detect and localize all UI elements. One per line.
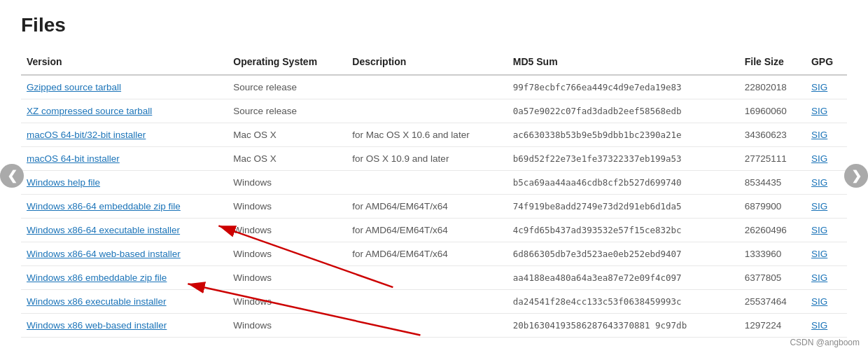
- description-cell: for AMD64/EM64T/x64: [346, 242, 507, 266]
- table-row: XZ compressed source tarballSource relea…: [21, 99, 847, 123]
- table-header: Version Operating System Description MD5…: [21, 49, 847, 75]
- gpg-cell[interactable]: SIG: [806, 314, 847, 338]
- filesize-cell: 1297224: [739, 314, 806, 338]
- md5-cell: aa4188ea480a64a3ea87e72e09f4c097: [507, 266, 739, 290]
- gpg-cell[interactable]: SIG: [806, 171, 847, 195]
- description-cell: [346, 314, 507, 338]
- table-body: Gzipped source tarballSource release99f7…: [21, 75, 847, 338]
- description-cell: for AMD64/EM64T/x64: [346, 195, 507, 219]
- nav-arrow-left[interactable]: ❮: [0, 164, 24, 188]
- os-cell: Windows: [227, 219, 346, 242]
- version-cell[interactable]: Gzipped source tarball: [21, 75, 227, 99]
- gpg-cell[interactable]: SIG: [806, 242, 847, 266]
- table-row: Windows x86 web-based installerWindows20…: [21, 314, 847, 338]
- os-cell: Mac OS X: [227, 123, 346, 147]
- filesize-cell: 25537464: [739, 290, 806, 314]
- table-row: Windows x86 executable installerWindowsd…: [21, 290, 847, 314]
- table-row: Gzipped source tarballSource release99f7…: [21, 75, 847, 99]
- table-row: Windows x86-64 embeddable zip fileWindow…: [21, 195, 847, 219]
- version-cell[interactable]: Windows help file: [21, 171, 227, 195]
- filesize-cell: 8534435: [739, 171, 806, 195]
- os-cell: Windows: [227, 290, 346, 314]
- table-row: Windows x86 embeddable zip fileWindowsaa…: [21, 266, 847, 290]
- version-cell[interactable]: Windows x86 embeddable zip file: [21, 266, 227, 290]
- table-row: macOS 64-bit installerMac OS Xfor OS X 1…: [21, 147, 847, 171]
- description-cell: for OS X 10.9 and later: [346, 147, 507, 171]
- version-cell[interactable]: Windows x86-64 web-based installer: [21, 242, 227, 266]
- table-row: Windows x86-64 web-based installerWindow…: [21, 242, 847, 266]
- col-os: Operating System: [227, 49, 346, 75]
- description-cell: for AMD64/EM64T/x64: [346, 219, 507, 242]
- description-cell: [346, 266, 507, 290]
- table-row: Windows x86-64 executable installerWindo…: [21, 219, 847, 242]
- md5-cell: 0a57e9022c07fad3dadb2eef58568edb: [507, 99, 739, 123]
- md5-cell: 6d866305db7e3d523ae0eb252ebd9407: [507, 242, 739, 266]
- filesize-cell: 16960060: [739, 99, 806, 123]
- table-row: Windows help fileWindowsb5ca69aa44aa46cd…: [21, 171, 847, 195]
- md5-cell: b5ca69aa44aa46cdb8cf2b527d699740: [507, 171, 739, 195]
- description-cell: for Mac OS X 10.6 and later: [346, 123, 507, 147]
- os-cell: Windows: [227, 242, 346, 266]
- version-cell[interactable]: XZ compressed source tarball: [21, 99, 227, 123]
- os-cell: Windows: [227, 314, 346, 338]
- md5-cell: 99f78ecbfc766ea449c4d9e7eda19e83: [507, 75, 739, 99]
- gpg-cell[interactable]: SIG: [806, 195, 847, 219]
- col-filesize: File Size: [739, 49, 806, 75]
- col-gpg: GPG: [806, 49, 847, 75]
- os-cell: Source release: [227, 99, 346, 123]
- os-cell: Windows: [227, 195, 346, 219]
- gpg-cell[interactable]: SIG: [806, 99, 847, 123]
- header-row: Version Operating System Description MD5…: [21, 49, 847, 75]
- version-cell[interactable]: Windows x86 web-based installer: [21, 314, 227, 338]
- md5-cell: ac6630338b53b9e5b9dbb1bc2390a21e: [507, 123, 739, 147]
- nav-arrow-right[interactable]: ❯: [844, 164, 868, 188]
- os-cell: Source release: [227, 75, 346, 99]
- md5-cell: b69d52f22e73e1fe37322337eb199a53: [507, 147, 739, 171]
- description-cell: [346, 75, 507, 99]
- version-cell[interactable]: macOS 64-bit/32-bit installer: [21, 123, 227, 147]
- gpg-cell[interactable]: SIG: [806, 75, 847, 99]
- gpg-cell[interactable]: SIG: [806, 266, 847, 290]
- md5-cell: da24541f28e4cc133c53f0638459993c: [507, 290, 739, 314]
- description-cell: [346, 171, 507, 195]
- os-cell: Windows: [227, 266, 346, 290]
- table-row: macOS 64-bit/32-bit installerMac OS Xfor…: [21, 123, 847, 147]
- gpg-cell[interactable]: SIG: [806, 290, 847, 314]
- gpg-cell[interactable]: SIG: [806, 219, 847, 242]
- description-cell: [346, 99, 507, 123]
- files-table: Version Operating System Description MD5…: [21, 49, 847, 338]
- filesize-cell: 6879900: [739, 195, 806, 219]
- md5-cell: 4c9fd65b437ad393532e57f15ce832bc: [507, 219, 739, 242]
- page-wrapper: ❮ Files Version Operating System Descrip…: [0, 0, 868, 352]
- version-cell[interactable]: macOS 64-bit installer: [21, 147, 227, 171]
- md5-cell: 74f919be8add2749e73d2d91eb6d1da5: [507, 195, 739, 219]
- filesize-cell: 1333960: [739, 242, 806, 266]
- description-cell: [346, 290, 507, 314]
- col-md5: MD5 Sum: [507, 49, 739, 75]
- watermark: CSDN @angboom: [790, 338, 860, 347]
- os-cell: Mac OS X: [227, 147, 346, 171]
- col-description: Description: [346, 49, 507, 75]
- filesize-cell: 22802018: [739, 75, 806, 99]
- version-cell[interactable]: Windows x86 executable installer: [21, 290, 227, 314]
- md5-cell: 20b16304193586287643370881 9c97db: [507, 314, 739, 338]
- filesize-cell: 26260496: [739, 219, 806, 242]
- os-cell: Windows: [227, 171, 346, 195]
- filesize-cell: 34360623: [739, 123, 806, 147]
- col-version: Version: [21, 49, 227, 75]
- filesize-cell: 6377805: [739, 266, 806, 290]
- gpg-cell[interactable]: SIG: [806, 147, 847, 171]
- page-title: Files: [21, 14, 847, 36]
- version-cell[interactable]: Windows x86-64 executable installer: [21, 219, 227, 242]
- gpg-cell[interactable]: SIG: [806, 123, 847, 147]
- filesize-cell: 27725111: [739, 147, 806, 171]
- version-cell[interactable]: Windows x86-64 embeddable zip file: [21, 195, 227, 219]
